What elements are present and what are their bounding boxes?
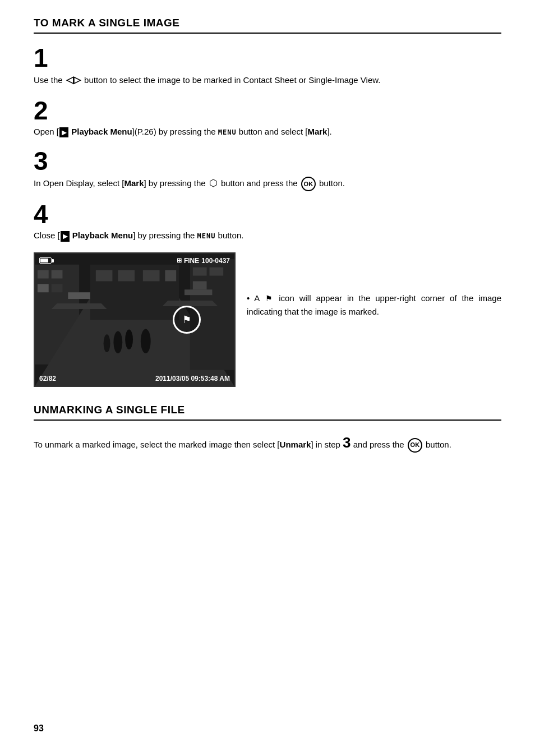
svg-rect-22 bbox=[185, 289, 212, 295]
unmark-ok-btn-icon: OK bbox=[408, 438, 422, 453]
svg-point-14 bbox=[125, 329, 133, 349]
svg-rect-3 bbox=[52, 270, 63, 278]
step-2-menu-label: Playback Menu bbox=[71, 127, 132, 136]
step-4-number: 4 bbox=[34, 201, 501, 227]
page-number: 93 bbox=[34, 723, 44, 734]
playback-menu-icon: ▶ bbox=[59, 127, 68, 138]
step-3-number: 3 bbox=[34, 148, 501, 174]
step-3-text: In Open Display, select [Mark] by pressi… bbox=[34, 176, 501, 191]
step-1-text-use-the: Use the bbox=[34, 75, 63, 85]
svg-rect-5 bbox=[52, 284, 63, 292]
svg-marker-23 bbox=[52, 303, 107, 309]
svg-point-15 bbox=[141, 329, 151, 353]
step-1-text: Use the ◁▷ button to select the image to… bbox=[34, 73, 501, 87]
cam-top-bar: ⊞ FINE 100-0437 bbox=[35, 257, 234, 265]
step-2-block: 2 Open [▶ Playback Menu](P.26) by pressi… bbox=[34, 98, 501, 139]
svg-point-16 bbox=[104, 334, 110, 352]
note-text-rest: icon will appear in the upper-right corn… bbox=[247, 293, 501, 316]
camera-note: • A ⚑ icon will appear in the upper-righ… bbox=[247, 252, 501, 387]
section-unmarking: UNMARKING A SINGLE FILE To unmark a mark… bbox=[34, 404, 501, 454]
step-3-block: 3 In Open Display, select [Mark] by pres… bbox=[34, 148, 501, 191]
cam-battery-indicator bbox=[39, 257, 52, 264]
cam-mode-grid-icon: ⊞ bbox=[177, 257, 182, 264]
unmark-text-end: and press the bbox=[353, 440, 404, 449]
svg-point-13 bbox=[113, 331, 122, 353]
cam-frame-number: 62/82 bbox=[39, 375, 56, 382]
svg-rect-9 bbox=[96, 270, 113, 281]
step-4-text: Close [▶ Playback Menu] by pressing the … bbox=[34, 229, 501, 242]
step-4-text-end: ] by pressing the bbox=[133, 231, 195, 240]
svg-rect-10 bbox=[118, 270, 135, 281]
mark-circle: ⚑ bbox=[173, 306, 201, 334]
step-2-text-end: button and select [ bbox=[239, 127, 308, 136]
flag-inline-icon: ⚑ bbox=[265, 292, 273, 305]
step-4-text-pre: Close [ bbox=[34, 231, 60, 240]
svg-rect-19 bbox=[209, 267, 223, 275]
step-3-text-after: button. bbox=[319, 178, 345, 188]
cam-mode-info: ⊞ FINE 100-0437 bbox=[177, 257, 230, 265]
step-3-text-pre: In Open Display, select [ bbox=[34, 178, 124, 188]
step-2-menu-btn: MENU bbox=[218, 128, 237, 136]
cam-bottom-bar: 62/82 2011/03/05 09:53:48 AM bbox=[35, 375, 234, 382]
svg-rect-21 bbox=[68, 292, 90, 299]
step-2-text: Open [▶ Playback Menu](P.26) by pressing… bbox=[34, 126, 501, 139]
ud-arrow-icon: ⬡ bbox=[209, 176, 218, 191]
step-2-number: 2 bbox=[34, 98, 501, 123]
unmark-text-pre: To unmark a marked image, select the mar… bbox=[34, 440, 280, 449]
svg-rect-12 bbox=[165, 270, 176, 281]
svg-rect-18 bbox=[193, 267, 207, 275]
cam-datetime: 2011/03/05 09:53:48 AM bbox=[155, 375, 230, 382]
section-title-unmark: UNMARKING A SINGLE FILE bbox=[34, 404, 501, 421]
svg-rect-11 bbox=[143, 270, 160, 281]
step-2-bold-word: Mark bbox=[307, 127, 327, 136]
street-scene-svg bbox=[35, 253, 234, 386]
battery-icon bbox=[39, 257, 52, 264]
step-2-text-final: ]. bbox=[327, 127, 331, 136]
step-4-block: 4 Close [▶ Playback Menu] by pressing th… bbox=[34, 201, 501, 242]
unmark-text-mid: ] in step bbox=[311, 440, 340, 449]
bullet-point: • bbox=[247, 293, 254, 303]
note-text-a: A bbox=[254, 293, 259, 303]
mark-flag-icon: ⚑ bbox=[182, 314, 191, 326]
lr-arrow-icon: ◁▷ bbox=[66, 73, 81, 87]
svg-rect-2 bbox=[38, 270, 49, 278]
unmark-bold-word: Unmark bbox=[280, 440, 311, 449]
step-3-bold-word: Mark bbox=[124, 178, 144, 188]
step-4-menu-label: Playback Menu bbox=[72, 231, 133, 240]
step-4-text-final: button. bbox=[218, 231, 244, 240]
step-3-text-end: button and press the bbox=[221, 178, 298, 188]
camera-screen: ⊞ FINE 100-0437 ⚑ 62/82 2011/03/05 09:53… bbox=[34, 252, 236, 387]
ok-button-icon: OK bbox=[301, 177, 316, 191]
step-3-text-mid: ] by pressing the bbox=[144, 178, 206, 188]
step-4-playback-icon: ▶ bbox=[61, 231, 70, 242]
step-2-text-mid: ](P.26) by pressing the bbox=[132, 127, 216, 136]
section-title-mark: TO MARK A SINGLE IMAGE bbox=[34, 17, 501, 34]
step-4-menu-btn: MENU bbox=[197, 232, 215, 240]
svg-rect-4 bbox=[38, 284, 49, 292]
step-1-text-rest: button to select the image to be marked … bbox=[84, 75, 380, 85]
cam-fine-label: FINE bbox=[184, 257, 199, 265]
svg-rect-20 bbox=[193, 281, 207, 289]
section-mark-single-image: TO MARK A SINGLE IMAGE 1 Use the ◁▷ butt… bbox=[34, 17, 501, 387]
svg-marker-24 bbox=[162, 301, 218, 306]
unmark-step-num: 3 bbox=[343, 434, 350, 451]
step-1-number: 1 bbox=[34, 45, 501, 71]
cam-counter: 100-0437 bbox=[201, 257, 230, 265]
camera-screen-section: ⊞ FINE 100-0437 ⚑ 62/82 2011/03/05 09:53… bbox=[34, 252, 501, 387]
unmark-text-final: button. bbox=[426, 440, 451, 449]
step-2-text-pre: Open [ bbox=[34, 127, 59, 136]
unmark-text: To unmark a marked image, select the mar… bbox=[34, 432, 501, 454]
step-1-block: 1 Use the ◁▷ button to select the image … bbox=[34, 45, 501, 87]
